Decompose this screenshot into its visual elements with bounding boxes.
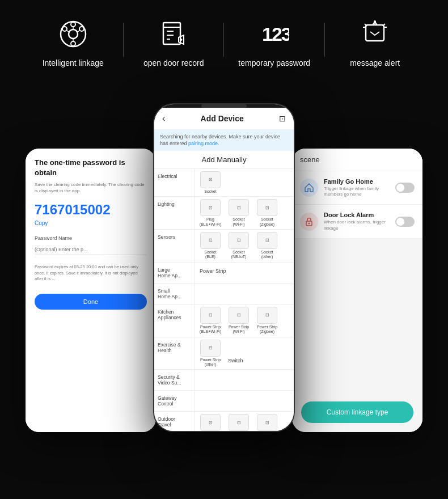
device-list: Electrical ⊡ Socket Lighting — [154, 169, 294, 432]
svg-line-21 — [383, 24, 385, 26]
svg-rect-17 — [366, 25, 384, 41]
device-socket-other[interactable]: ⊡ Socket(other) — [254, 232, 280, 260]
password-name-label: Password Name — [35, 235, 147, 241]
device-powerstrip-wifi[interactable]: ⊟ Power Strip(Wi-Fi) — [226, 307, 252, 335]
scene-header: scene — [292, 149, 422, 171]
socket-wifi-icon: ⊡ — [229, 199, 249, 216]
add-device-screen: ‹ Add Device ⊡ Searching for nearby devi… — [154, 108, 294, 432]
pairing-mode-link[interactable]: pairing mode. — [188, 141, 219, 146]
linkage-icon — [56, 17, 90, 51]
outdoor-icon-2: ⊡ — [229, 414, 249, 431]
powerstrip-ble-wifi-icon: ⊟ — [200, 307, 221, 324]
plug-ble-wifi-label: Plug(BLE+Wi-Fi) — [200, 217, 221, 227]
scene-home-icon — [300, 179, 318, 197]
svg-point-25 — [308, 222, 310, 224]
device-outdoor-3[interactable]: ⊡ — [254, 414, 280, 432]
device-plug-ble-wifi[interactable]: ⊡ Plug(BLE+Wi-Fi) — [197, 199, 223, 227]
device-socket-zigbee[interactable]: ⊡ Socket(Zigbee) — [254, 199, 280, 227]
category-items-exercise: ⊟ Power Strip(other) Switch — [195, 337, 294, 370]
category-items-small-home — [195, 284, 294, 304]
copy-button[interactable]: Copy — [35, 220, 147, 226]
category-items-large-home: Power Strip — [195, 263, 294, 283]
device-socket-wifi[interactable]: ⊡ Socket(Wi-Fi) — [226, 199, 252, 227]
category-label-gateway: GatewayControl — [154, 391, 195, 411]
svg-point-1 — [69, 29, 78, 39]
category-items-electrical: ⊡ Socket — [195, 169, 294, 196]
scene-family-text: Family Go Home Trigger linkage when fami… — [324, 178, 390, 198]
feature-message-alert: message alert — [325, 17, 426, 69]
category-label-kitchen: KitchenAppliances — [154, 305, 195, 337]
socket-nb-iot-label: Socket(NB-IoT) — [231, 250, 247, 260]
phone-right: scene Family Go Home Trigger linkage whe… — [292, 149, 422, 432]
svg-point-4 — [62, 27, 67, 31]
device-powerstrip-zigbee[interactable]: ⊟ Power Strip(Zigbee) — [254, 307, 280, 335]
svg-point-15 — [180, 39, 183, 41]
category-items-gateway — [195, 391, 294, 411]
svg-text:123: 123 — [262, 23, 289, 45]
socket-other-label: Socket(other) — [261, 250, 273, 260]
device-powerstrip-ble-wifi[interactable]: ⊟ Power Strip(BLE+Wi-Fi) — [197, 307, 223, 335]
search-text: Searching for nearby devices. Make sure … — [160, 134, 280, 147]
socket-other-icon: ⊡ — [257, 232, 277, 249]
scene-footer: Custom linkage type — [292, 392, 422, 432]
powerstrip-wifi-icon: ⊟ — [229, 307, 249, 324]
socket-ble-icon: ⊡ — [200, 232, 221, 249]
device-socket-ble[interactable]: ⊡ Socket(BLE) — [197, 232, 223, 260]
svg-point-5 — [79, 27, 84, 31]
category-label-outdoor: OutdoorTravel — [154, 412, 195, 432]
feature-open-door-record: open door record — [124, 17, 225, 69]
feature-label-alert: message alert — [350, 58, 400, 69]
scene-lock-icon — [300, 213, 318, 231]
scene-screen: scene Family Go Home Trigger linkage whe… — [292, 149, 422, 432]
otp-expires-text: Password expires at 05-25 20:00 and can … — [35, 264, 147, 282]
custom-linkage-button[interactable]: Custom linkage type — [301, 401, 413, 423]
switch-header: Switch — [226, 354, 246, 367]
category-label-electrical: Electrical — [154, 169, 195, 196]
category-items-kitchen: ⊟ Power Strip(BLE+Wi-Fi) ⊟ Power Strip(W… — [195, 305, 294, 337]
device-powerstrip-other[interactable]: ⊟ Power Strip(other) — [197, 340, 223, 367]
search-banner: Searching for nearby devices. Make sure … — [154, 130, 294, 151]
device-outdoor-2[interactable]: ⊡ — [226, 414, 252, 432]
device-socket-nb-iot[interactable]: ⊡ Socket(NB-IoT) — [226, 232, 252, 260]
category-label-small-home: SmallHome Ap... — [154, 284, 195, 304]
powerstrip-ble-wifi-label: Power Strip(BLE+Wi-Fi) — [200, 325, 221, 335]
done-button[interactable]: Done — [35, 294, 147, 310]
category-label-sensors: Sensors — [154, 230, 195, 262]
password-name-input[interactable] — [35, 244, 147, 255]
scene-family-toggle[interactable] — [395, 183, 415, 193]
phone-left: The one-time password is obtain Save the… — [26, 149, 156, 432]
powerstrip-other-label: Power Strip(other) — [200, 358, 221, 367]
back-icon[interactable]: ‹ — [162, 113, 165, 124]
phones-showcase: The one-time password is obtain Save the… — [0, 81, 448, 455]
category-items-security — [195, 370, 294, 390]
scene-doorlock-desc: When door lock alarms, trigger linkage — [324, 219, 390, 231]
socket-nb-iot-icon: ⊡ — [229, 232, 249, 249]
password-icon: 123 — [257, 17, 291, 51]
device-outdoor-1[interactable]: ⊡ — [197, 414, 223, 432]
category-label-lighting: Lighting — [154, 197, 195, 229]
scene-family-name: Family Go Home — [324, 178, 390, 185]
phone-center: ‹ Add Device ⊡ Searching for nearby devi… — [153, 103, 295, 432]
svg-point-3 — [71, 41, 75, 46]
alert-icon — [358, 17, 392, 51]
socket-zigbee-label: Socket(Zigbee) — [260, 217, 274, 227]
add-manually-title: Add Manually — [154, 151, 294, 169]
feature-temporary-password: 123 temporary password — [224, 17, 325, 69]
scan-icon[interactable]: ⊡ — [279, 114, 286, 123]
device-socket[interactable]: ⊡ Socket — [197, 171, 223, 194]
powerstrip-wifi-label: Power Strip(Wi-Fi) — [229, 325, 249, 335]
category-small-home: SmallHome Ap... — [154, 284, 294, 305]
socket-ble-label: Socket(BLE) — [204, 250, 216, 260]
power-strip-header: Power Strip — [197, 265, 229, 281]
feature-label-password: temporary password — [238, 58, 310, 69]
category-items-outdoor: ⊡ ⊡ ⊡ — [195, 412, 294, 432]
category-label-large-home: LargeHome Ap... — [154, 263, 195, 283]
category-security: Security &Video Su... — [154, 370, 294, 391]
category-exercise: Exercise &Health ⊟ Power Strip(other) Sw… — [154, 337, 294, 370]
scene-doorlock-toggle[interactable] — [395, 217, 415, 227]
socket-wifi-label: Socket(Wi-Fi) — [233, 217, 244, 227]
category-kitchen: KitchenAppliances ⊟ Power Strip(BLE+Wi-F… — [154, 305, 294, 337]
plug-ble-wifi-icon: ⊡ — [200, 199, 221, 216]
category-label-security: Security &Video Su... — [154, 370, 195, 390]
svg-line-20 — [365, 24, 367, 26]
